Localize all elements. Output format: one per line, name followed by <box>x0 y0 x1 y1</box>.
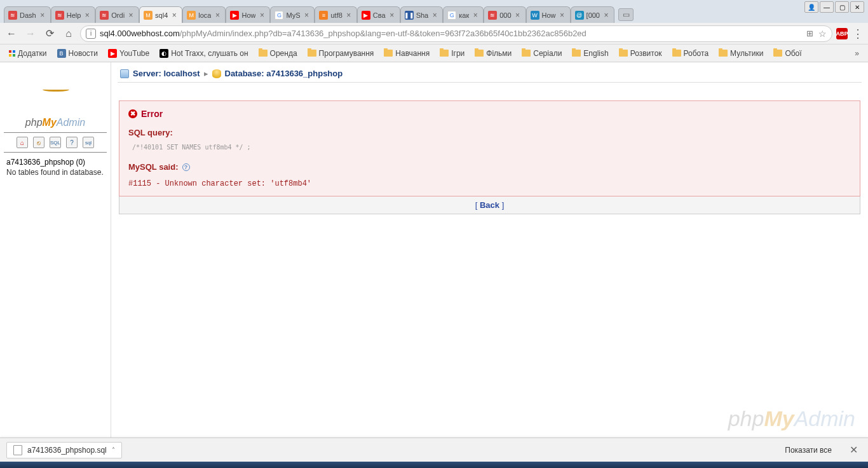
bookmark-folder[interactable]: Фільми <box>471 48 515 59</box>
tab-close-icon[interactable]: × <box>471 11 479 20</box>
bookmark-folder-label: Фільми <box>486 49 512 58</box>
tab-close-icon[interactable]: × <box>127 11 135 20</box>
bookmark-folder[interactable]: Робота <box>668 48 712 59</box>
bracket-close: ] <box>499 200 504 210</box>
browser-tab[interactable]: ≋Ordi× <box>95 6 139 23</box>
tab-close-icon[interactable]: × <box>388 11 396 20</box>
home-icon[interactable]: ⌂ <box>17 137 28 148</box>
bookmark-star-icon[interactable]: ☆ <box>818 29 827 39</box>
tab-label: Dash <box>20 11 36 19</box>
bookmark-folder[interactable]: Навчання <box>380 48 433 59</box>
browser-tab[interactable]: Gкак× <box>443 6 484 23</box>
bookmark-folder[interactable]: Оренда <box>255 48 301 59</box>
tab-favicon: ▶ <box>362 11 370 20</box>
window-user-icon[interactable]: 👤 <box>804 1 818 13</box>
bookmark-item[interactable]: ◐Hot Traxx, слушать он <box>156 48 252 59</box>
browser-tab[interactable]: Msql4× <box>139 6 182 23</box>
tab-favicon: @ <box>575 11 584 20</box>
breadcrumb-db-link[interactable]: Database: a7413636_phpshop <box>225 69 343 78</box>
bookmark-folder[interactable]: Обої <box>770 48 805 59</box>
window-minimize[interactable]: — <box>820 1 834 13</box>
bookmark-folder[interactable]: Серіали <box>518 48 566 59</box>
tab-close-icon[interactable]: × <box>83 11 91 20</box>
tab-close-icon[interactable]: × <box>258 11 266 20</box>
abp-icon[interactable]: ABP <box>836 28 848 39</box>
bookmark-folder[interactable]: Ігри <box>436 48 468 59</box>
browser-tab[interactable]: ▶How× <box>226 6 270 23</box>
bookmark-folder[interactable]: Мультики <box>715 48 767 59</box>
bookmarks-apps-label: Додатки <box>18 49 47 58</box>
tab-favicon: M <box>144 11 153 20</box>
nav-home[interactable]: ⌂ <box>61 26 76 41</box>
tab-favicon: W <box>531 11 539 20</box>
download-filename: a7413636_phpshop.sql <box>27 446 107 455</box>
help-icon[interactable]: ? <box>182 163 190 171</box>
sidebar-database[interactable]: a7413636_phpshop (0) <box>4 156 107 168</box>
tab-favicon: ≡ <box>319 11 328 20</box>
bookmark-folder[interactable]: Розвиток <box>615 48 666 59</box>
folder-icon <box>259 50 268 57</box>
bookmark-folder-label: Розвиток <box>630 49 662 58</box>
bookmarks-overflow[interactable]: » <box>851 49 863 58</box>
window-close[interactable]: ✕ <box>850 1 864 13</box>
download-bar-close[interactable]: ✕ <box>846 444 862 456</box>
download-show-all[interactable]: Показати все <box>780 443 837 457</box>
browser-tab[interactable]: WHow× <box>526 6 571 23</box>
window-maximize[interactable]: ▢ <box>835 1 849 13</box>
tab-label: utf8 <box>330 11 342 19</box>
site-info-icon[interactable]: i <box>86 29 96 39</box>
browser-tab[interactable]: GMyS× <box>270 6 315 23</box>
browser-tab[interactable]: ≋Dash× <box>4 6 51 23</box>
breadcrumb-server-link[interactable]: Server: localhost <box>133 69 200 78</box>
tab-close-icon[interactable]: × <box>302 11 310 20</box>
bookmark-label: Новости <box>69 49 98 58</box>
pma-sidebar: phpMyAdmin ⌂ ⎋ SQL ? sql a7413636_phpsho… <box>0 62 111 437</box>
chevron-up-icon[interactable]: ˄ <box>112 446 115 453</box>
tab-close-icon[interactable]: × <box>559 11 566 20</box>
folder-icon <box>308 50 316 57</box>
sql-icon[interactable]: SQL <box>50 137 61 148</box>
tab-label: Сва <box>373 11 386 19</box>
tab-close-icon[interactable]: × <box>602 11 610 20</box>
bookmark-folder[interactable]: Програмування <box>304 48 378 59</box>
browser-tab[interactable]: ≡utf8× <box>315 6 356 23</box>
browser-menu[interactable]: ⋮ <box>851 27 864 41</box>
new-tab-button[interactable]: ▭ <box>618 8 634 21</box>
bookmarks-bar: ДодаткиBНовости▶YouTube◐Hot Traxx, слуша… <box>0 45 868 62</box>
tab-label: Sha <box>416 11 429 19</box>
tab-close-icon[interactable]: × <box>514 11 522 20</box>
bookmark-folder[interactable]: English <box>568 48 612 59</box>
nav-reload[interactable]: ⟳ <box>42 26 57 41</box>
mysql-error-text: #1115 - Unknown character set: 'utf8mb4' <box>128 179 851 188</box>
translate-icon[interactable]: ⊞ <box>806 29 813 38</box>
browser-tab[interactable]: Mloca× <box>182 6 226 23</box>
server-icon <box>120 69 129 78</box>
bookmarks-apps[interactable]: Додатки <box>5 48 51 59</box>
browser-tab[interactable]: ≋000× <box>484 6 526 23</box>
tab-close-icon[interactable]: × <box>431 11 438 20</box>
browser-tab[interactable]: ❚❚Sha× <box>400 6 444 23</box>
logout-icon[interactable]: ⎋ <box>33 137 44 148</box>
tab-label: Ordi <box>111 11 125 19</box>
tab-label: MyS <box>286 11 300 19</box>
query-icon[interactable]: sql <box>83 137 94 148</box>
browser-tab[interactable]: @[000× <box>571 6 614 23</box>
back-link[interactable]: Back <box>480 200 499 210</box>
tab-close-icon[interactable]: × <box>214 11 221 20</box>
database-icon <box>212 69 221 78</box>
url-bar[interactable]: i sql4.000webhost.com/phpMyAdmin/index.p… <box>80 25 832 42</box>
tab-close-icon[interactable]: × <box>39 11 46 20</box>
nav-back[interactable]: ← <box>4 26 19 41</box>
bookmark-item[interactable]: BНовости <box>53 48 102 59</box>
browser-tab[interactable]: ▶Сва× <box>357 6 400 23</box>
download-item[interactable]: a7413636_phpshop.sql ˄ <box>6 442 122 458</box>
docs-icon[interactable]: ? <box>66 137 78 148</box>
tab-close-icon[interactable]: × <box>345 11 353 20</box>
tab-close-icon[interactable]: × <box>170 11 178 20</box>
bookmark-item[interactable]: ▶YouTube <box>104 48 153 59</box>
url-host: sql4.000webhost.com <box>100 29 180 38</box>
tab-favicon: G <box>447 11 456 20</box>
browser-tab[interactable]: ≋Help× <box>51 6 96 23</box>
sidebar-no-tables: No tables found in database. <box>4 168 107 177</box>
nav-forward[interactable]: → <box>23 26 38 41</box>
